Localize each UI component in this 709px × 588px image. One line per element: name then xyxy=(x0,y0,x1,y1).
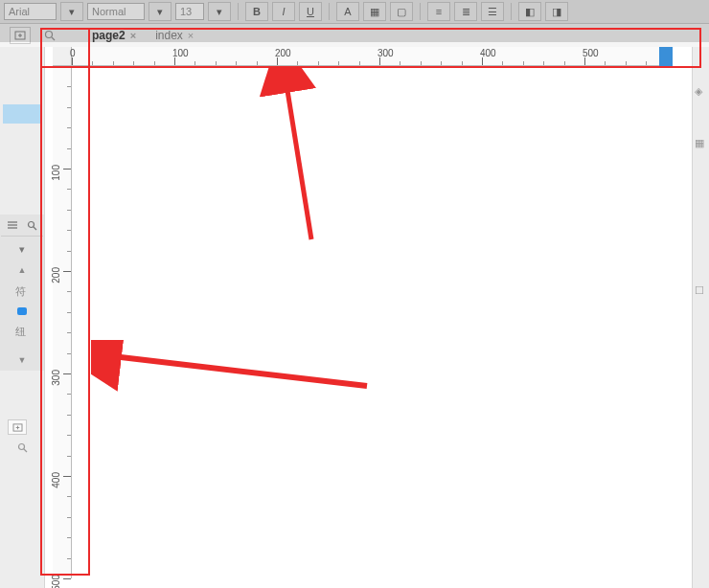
search-icon-small[interactable] xyxy=(24,218,39,232)
svg-point-13 xyxy=(18,443,24,449)
sidebar-panel: ▾ ▲ 符 纽 ▼ xyxy=(0,215,44,371)
design-canvas[interactable] xyxy=(72,66,673,578)
main-area: ▾ ▲ 符 纽 ▼ 0100200300400500 1 xyxy=(0,47,709,588)
panel-body: ▾ ▲ 符 纽 ▼ xyxy=(11,237,33,371)
separator xyxy=(238,3,239,20)
separator xyxy=(420,3,421,20)
blue-widget-icon[interactable] xyxy=(17,307,27,315)
widget-icon-2[interactable]: 纽 xyxy=(15,325,29,338)
ruler-label: 100 xyxy=(51,165,61,181)
tab-label: index xyxy=(155,29,183,42)
align-button-3[interactable]: ☰ xyxy=(481,2,504,21)
vertical-ruler[interactable]: 100200300400500 xyxy=(53,66,72,578)
search-icon-2[interactable] xyxy=(14,441,30,454)
plus-icon xyxy=(14,31,26,40)
tab-close-icon[interactable]: × xyxy=(188,30,194,41)
ruler-label: 400 xyxy=(51,472,61,488)
panel-toggle-3[interactable]: ☐ xyxy=(695,284,708,298)
ruler-label: 500 xyxy=(51,575,61,588)
tool-button[interactable]: ◧ xyxy=(518,2,541,21)
underline-button[interactable]: U xyxy=(299,2,322,21)
scroll-down-icon[interactable]: ▼ xyxy=(18,355,27,365)
svg-point-3 xyxy=(46,32,53,38)
bold-button[interactable]: B xyxy=(245,2,268,21)
font-style-input[interactable] xyxy=(87,3,145,20)
ruler-label: 200 xyxy=(51,267,61,283)
top-toolbar: ▾ ▾ ▾ B I U A ▦ ▢ ≡ ≣ ☰ ◧ ◨ xyxy=(0,0,709,24)
dropdown-icon[interactable]: ▾ xyxy=(14,242,30,256)
panel-toggle-2[interactable]: ▦ xyxy=(695,137,708,150)
font-dropdown-arrow[interactable]: ▾ xyxy=(60,2,83,21)
align-button-2[interactable]: ≣ xyxy=(454,2,477,21)
add-page-button[interactable] xyxy=(10,27,31,44)
sidebar-bottom xyxy=(4,412,40,588)
left-sidebar: ▾ ▲ 符 纽 ▼ xyxy=(0,47,45,588)
separator xyxy=(511,3,512,20)
tabs: page2 × index × xyxy=(82,26,203,45)
font-family-input[interactable] xyxy=(4,3,57,20)
tab-index[interactable]: index × xyxy=(146,26,203,45)
tab-row: page2 × index × xyxy=(0,24,709,47)
svg-point-8 xyxy=(28,221,34,227)
panel-header xyxy=(1,215,43,237)
widget-icon-1[interactable]: 符 xyxy=(15,284,29,298)
menu-icon[interactable] xyxy=(5,218,20,232)
selected-item-highlight[interactable] xyxy=(3,104,41,124)
size-dropdown-arrow[interactable]: ▾ xyxy=(208,2,231,21)
align-button[interactable]: ≡ xyxy=(427,2,450,21)
plus-icon xyxy=(12,423,23,432)
italic-button[interactable]: I xyxy=(272,2,295,21)
svg-line-4 xyxy=(52,37,55,40)
right-sidebar: ◈ ▦ ☐ xyxy=(692,47,709,588)
panel-toggle-1[interactable]: ◈ xyxy=(695,85,708,99)
separator xyxy=(329,3,330,20)
ruler-end-marker xyxy=(659,47,673,66)
tool-button-2[interactable]: ◨ xyxy=(545,2,568,21)
ruler-origin[interactable] xyxy=(53,47,72,66)
border-button[interactable]: ▢ xyxy=(390,2,413,21)
tab-label: page2 xyxy=(92,29,126,42)
search-icon xyxy=(44,30,56,41)
search-button[interactable] xyxy=(40,27,59,44)
style-dropdown-arrow[interactable]: ▾ xyxy=(149,2,172,21)
text-color-button[interactable]: A xyxy=(336,2,359,21)
fill-color-button[interactable]: ▦ xyxy=(363,2,386,21)
svg-line-14 xyxy=(24,449,27,452)
font-size-input[interactable] xyxy=(175,3,204,20)
canvas-area: 0100200300400500 100200300400500 xyxy=(45,47,692,588)
scroll-up-icon[interactable]: ▲ xyxy=(18,265,27,275)
svg-line-9 xyxy=(34,227,36,230)
add-button-2[interactable] xyxy=(8,419,27,435)
tab-close-icon[interactable]: × xyxy=(130,30,136,41)
tab-page2[interactable]: page2 × xyxy=(82,26,146,45)
ruler-label: 300 xyxy=(51,370,61,386)
horizontal-ruler[interactable]: 0100200300400500 xyxy=(72,47,673,66)
